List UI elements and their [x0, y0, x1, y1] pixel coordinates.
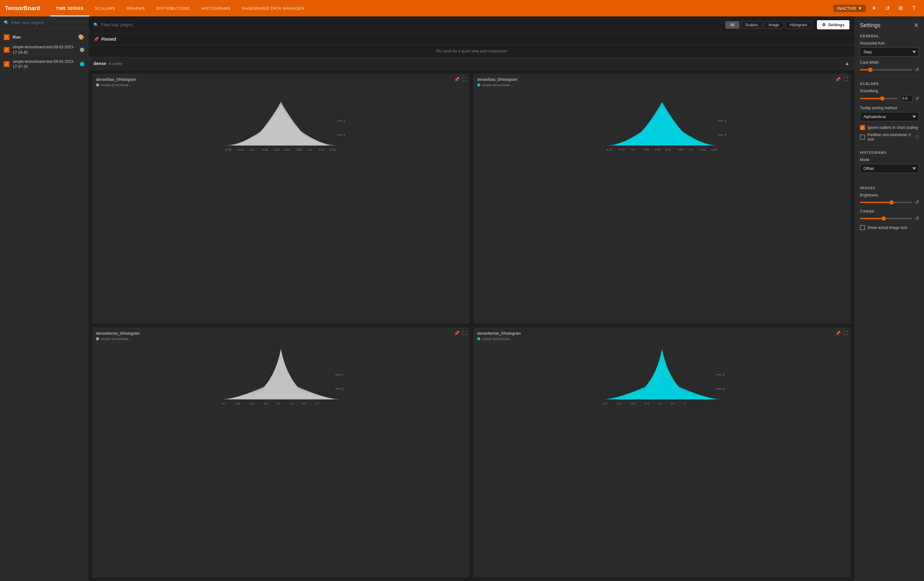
settings-scalars-label: SCALARS [860, 82, 919, 86]
nav-links: TIME SERIES SCALARS GRAPHS DISTRIBUTIONS… [50, 0, 833, 17]
nav-graphs[interactable]: GRAPHS [121, 0, 151, 17]
histogram-chart-2: 1 3 -0.18 -0.14 -0.1 -0.06 -0.02 0.02 0.… [477, 89, 847, 152]
pill-all[interactable]: All [725, 21, 739, 29]
tooltip-sorting-label: Tooltip sorting method [860, 106, 919, 110]
svg-text:-0.3: -0.3 [630, 402, 635, 405]
svg-text:1: 1 [724, 119, 726, 123]
brightness-slider-row: ↺ [860, 199, 919, 205]
smoothing-slider-row: ↺ [860, 95, 919, 102]
histogram-mode-label: Mode [860, 158, 919, 162]
contrast-slider-row: ↺ [860, 215, 919, 221]
svg-text:0.1: 0.1 [308, 148, 312, 151]
smoothing-reset-icon[interactable]: ↺ [915, 96, 919, 101]
pinned-section-header: 📌 Pinned [88, 33, 855, 45]
expand-card-1-button[interactable]: ⛶ [462, 77, 467, 82]
svg-text:-0.7: -0.7 [602, 402, 607, 405]
pinned-empty-message: Pin cards for a quick view and compariso… [88, 45, 855, 58]
run-item-1[interactable]: ✓ simple-tensorboard-test-09-02-2023-17-… [0, 43, 88, 57]
card-1-dot [96, 83, 99, 86]
card-width-reset-icon[interactable]: ↺ [915, 67, 919, 73]
contrast-thumb[interactable] [881, 216, 886, 221]
histogram-mode-select[interactable]: Offset Overlay [860, 164, 919, 173]
partition-x-checkbox[interactable] [860, 135, 865, 140]
svg-text:0.18: 0.18 [330, 148, 335, 151]
contrast-reset-icon[interactable]: ↺ [915, 215, 919, 221]
card-4-dot [477, 337, 480, 340]
brightness-thumb[interactable] [889, 200, 894, 205]
histogram-chart-1: 1 3 -0.18 -0.14 -0.1 -0.06 -0.02 0.02 0.… [96, 89, 466, 152]
pill-scalars[interactable]: Scalars [741, 21, 762, 29]
svg-text:3: 3 [342, 387, 343, 391]
svg-text:-0.5: -0.5 [235, 402, 240, 405]
partition-x-help-icon[interactable]: ⓘ [915, 135, 919, 140]
settings-close-button[interactable]: ✕ [914, 21, 919, 29]
card-actions-4: 📌 ⛶ [835, 330, 848, 336]
horizontal-axis-select[interactable]: Step Relative Wall [860, 47, 919, 56]
svg-text:-0.02: -0.02 [273, 148, 279, 151]
dense-section-title: dense [94, 61, 106, 66]
svg-text:-0.1: -0.1 [645, 402, 649, 405]
pin-card-2-button[interactable]: 📌 [835, 77, 841, 82]
card-width-thumb[interactable] [868, 68, 873, 72]
card-actions-1: 📌 ⛶ [454, 77, 467, 82]
svg-text:-0.3: -0.3 [249, 402, 254, 405]
svg-text:-0.06: -0.06 [643, 148, 649, 151]
svg-text:0.18: 0.18 [711, 148, 716, 151]
tag-search-input[interactable] [101, 22, 720, 27]
settings-panel: Settings ✕ GENERAL Horizontal Axis Step … [855, 17, 924, 581]
collapse-section-icon[interactable]: ▲ [845, 61, 850, 66]
pin-card-1-button[interactable]: 📌 [454, 77, 459, 82]
expand-card-2-button[interactable]: ⛶ [843, 77, 848, 82]
pin-card-4-button[interactable]: 📌 [835, 330, 841, 336]
card-dense-kernel-gray: 📌 ⛶ dense/kernel_0/histogram simple-tens… [92, 327, 470, 578]
filter-pills: All Scalars Image Histogram [725, 21, 812, 29]
help-icon[interactable]: ? [909, 3, 919, 13]
run-header-label: Run [13, 35, 75, 40]
expand-card-3-button[interactable]: ⛶ [462, 330, 467, 336]
run-search-input[interactable] [12, 20, 84, 25]
pill-image[interactable]: Image [764, 21, 784, 29]
pin-card-3-button[interactable]: 📌 [454, 330, 459, 336]
smoothing-input[interactable] [900, 95, 912, 102]
histogram-chart-3: 1 3 -0.7 -0.5 -0.3 -0.1 0.1 0.3 0.5 0.7 [96, 343, 466, 406]
run-list: ✓ Run 🎨 ✓ simple-tensorboard-test-09-02-… [0, 29, 88, 74]
refresh-icon[interactable]: ↺ [882, 3, 893, 13]
svg-text:0.14: 0.14 [319, 148, 324, 151]
tooltip-sorting-select[interactable]: Alphabetical Ascending Descending [860, 112, 919, 121]
nav-distributions[interactable]: DISTRIBUTIONS [151, 0, 196, 17]
card-2-dot [477, 83, 480, 86]
run-checkbox-2[interactable]: ✓ [4, 61, 10, 67]
settings-icon[interactable]: ⚙ [896, 3, 906, 13]
horizontal-axis-label: Horizontal Axis [860, 41, 919, 45]
run-checkbox-1[interactable]: ✓ [4, 47, 10, 53]
expand-card-4-button[interactable]: ⛶ [843, 330, 848, 336]
ignore-outliers-checkbox[interactable]: ✓ [860, 125, 865, 130]
show-actual-size-checkbox[interactable] [860, 225, 865, 230]
dense-section-header: dense 4 cards ▲ [88, 58, 855, 70]
smoothing-thumb[interactable] [880, 96, 884, 101]
ignore-outliers-label: Ignore outliers in chart scaling [868, 125, 918, 130]
run-all-checkbox[interactable]: ✓ [4, 35, 10, 40]
nav-scalars[interactable]: SCALARS [89, 0, 121, 17]
contrast-fill [860, 218, 884, 219]
palette-icon[interactable]: 🎨 [78, 34, 84, 40]
theme-icon[interactable]: ☀ [869, 3, 879, 13]
partition-x-label: Partition non-monotonic X axis [868, 133, 912, 142]
nav-sagemaker[interactable]: SAGEMAKER DATA MANAGER [236, 0, 310, 17]
run-item-2[interactable]: ✓ simple-tensorboard-test-09-02-2023-17-… [0, 57, 88, 72]
nav-histograms[interactable]: HISTOGRAMS [196, 0, 236, 17]
histogram-chart-4: 1 3 -0.7 -0.5 -0.3 -0.1 0.1 0.3 0 [477, 343, 847, 406]
status-badge[interactable]: INACTIVE ▼ [833, 5, 866, 12]
partition-x-row: Partition non-monotonic X axis ⓘ [860, 133, 919, 142]
nav-time-series[interactable]: TIME SERIES [50, 0, 89, 17]
pill-histogram[interactable]: Histogram [785, 21, 812, 29]
svg-text:1: 1 [343, 119, 345, 123]
settings-header: Settings ✕ [860, 21, 919, 29]
svg-text:3: 3 [723, 387, 725, 391]
card-1-title: dense/bias_0/histogram [96, 78, 466, 82]
brightness-reset-icon[interactable]: ↺ [915, 199, 919, 205]
settings-button[interactable]: ⚙ Settings [817, 20, 850, 30]
dense-section-count: 4 cards [109, 61, 122, 66]
card-width-label: Card Width [860, 60, 919, 65]
filter-search: 🔍 [94, 22, 720, 27]
